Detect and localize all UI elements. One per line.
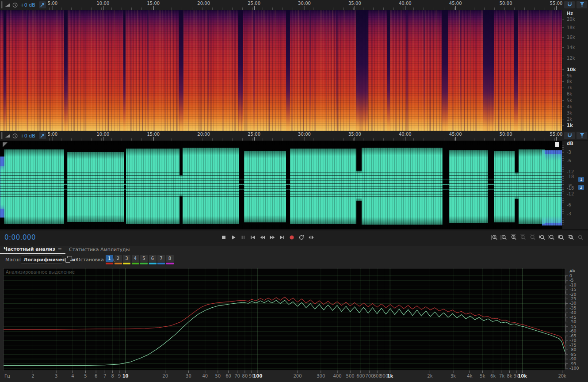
zoutamp-icon	[500, 234, 508, 241]
pause-button[interactable]	[238, 233, 248, 242]
timeline-major-tick	[506, 137, 506, 141]
y-tick-label: -70	[569, 338, 577, 343]
timeline-label: 10:00	[96, 1, 109, 6]
zleft-icon	[539, 234, 546, 241]
zoom-selection-out-point-button[interactable]	[547, 233, 557, 242]
x-tick-label: 600	[356, 374, 365, 378]
pushpin-button[interactable]	[577, 132, 587, 139]
reset-zoom-button[interactable]	[566, 233, 576, 242]
zoom-in-amplitude-button[interactable]	[490, 233, 499, 242]
pin-toggle-button[interactable]	[39, 1, 46, 8]
frame-hold-button-6[interactable]: 6	[149, 255, 157, 264]
x-tick-label: 3k	[451, 374, 456, 378]
record-button[interactable]	[287, 233, 297, 242]
zoom-in-time-button[interactable]	[509, 233, 518, 242]
scale-tick	[562, 184, 564, 185]
stop-button[interactable]	[219, 233, 228, 242]
zoom-to-selection-button[interactable]	[528, 233, 538, 242]
frame-hold-button-1[interactable]: 1	[106, 255, 113, 264]
scale-tick	[562, 19, 564, 19]
frame-hold-button-8[interactable]: 8	[166, 255, 174, 264]
timeline-major-tick	[455, 6, 456, 10]
timeline-label: 25:00	[248, 1, 260, 6]
frame-hold-button-3[interactable]: 3	[123, 255, 130, 264]
frame-hold-face: 8	[166, 255, 174, 262]
timeline-major-tick	[103, 137, 103, 141]
zoom-out-time-button[interactable]	[519, 233, 528, 242]
spectrogram-silence-gap	[387, 10, 390, 131]
pin-toggle-button[interactable]	[39, 132, 46, 139]
y-tick-label: -80	[569, 347, 577, 352]
tab-amplitude-statistics[interactable]: Статистика Амплитуды	[65, 245, 133, 254]
waveform-volume-label[interactable]: +0 dB	[20, 133, 35, 139]
spectrogram-silence-gap	[356, 10, 368, 131]
y-tick-label: -20	[569, 292, 577, 297]
y-tick-label: -45	[569, 315, 577, 320]
magnet-snap-button[interactable]	[564, 1, 575, 8]
frame-hold-button-4[interactable]: 4	[132, 255, 139, 264]
pushpin-button[interactable]	[577, 1, 587, 8]
timeline-label: 5:00	[48, 132, 57, 137]
scale-label: 8k	[567, 79, 572, 84]
spectrogram-silence-gap	[442, 10, 448, 131]
scale-label: 18k	[567, 25, 575, 30]
frame-hold-color-swatch	[132, 263, 139, 264]
clock-icon[interactable]	[12, 133, 18, 139]
x-tick-label: 200	[293, 374, 302, 378]
volume-fader-icon[interactable]	[5, 133, 10, 139]
loop-playback-button[interactable]	[297, 233, 306, 242]
y-axis-unit-label: дБ	[569, 268, 575, 273]
panel-grip[interactable]	[1, 132, 3, 139]
timeline-major-tick	[153, 6, 154, 10]
x-tick-label: 80	[242, 374, 248, 378]
frame-hold-button-5[interactable]: 5	[140, 255, 148, 264]
skip-to-end-button[interactable]	[278, 233, 287, 242]
zoom-selection-in-point-button[interactable]	[538, 233, 547, 242]
fast-forward-button[interactable]	[268, 233, 277, 242]
channel-badge[interactable]: 2	[578, 185, 584, 190]
analyzed-selection-label: Анализированное выделение	[6, 270, 75, 275]
ffwd-icon	[269, 234, 276, 241]
timeline-label: 50:00	[500, 1, 512, 6]
time-display[interactable]: 0:00.000	[4, 233, 36, 241]
stop-icon	[220, 234, 227, 241]
panel-grip[interactable]	[1, 1, 3, 8]
magnet-snap-button[interactable]	[564, 132, 575, 139]
waveform-ruler-track[interactable]: 5:0010:0015:0020:0025:0030:0035:0040:004…	[46, 131, 561, 141]
spectrogram-ruler-track[interactable]: 5:0010:0015:0020:0025:0030:0035:0040:004…	[46, 0, 561, 10]
spectrogram-volume-label[interactable]: +0 dB	[20, 2, 35, 8]
x-tick-label: 8	[111, 374, 114, 378]
zoom-full-selection-button[interactable]	[557, 233, 566, 242]
zoom-out-amplitude-button[interactable]	[500, 233, 509, 242]
volume-fader-icon[interactable]	[5, 2, 10, 8]
timeline-major-tick	[254, 137, 255, 141]
spectrogram-timeline-ruler[interactable]: +0 dB 5:0010:0015:0020:0025:0030:0035:00…	[0, 0, 588, 10]
waveform-timeline-ruler[interactable]: +0 dB 5:0010:0015:0020:0025:0030:0035:00…	[0, 131, 588, 141]
frequency-analysis-plot[interactable]: 2345678910203040506070809010020030040050…	[0, 266, 588, 382]
zoom-default-button[interactable]	[576, 233, 585, 242]
corner-grip-icon[interactable]	[3, 142, 8, 147]
play-button[interactable]	[229, 233, 238, 242]
clip-badge-icon[interactable]	[555, 142, 559, 147]
magnet-icon	[567, 133, 573, 138]
channel-badge[interactable]: 1	[578, 177, 584, 182]
rewind-button[interactable]	[258, 233, 267, 242]
scale-label: -6	[567, 202, 571, 207]
timeline-label: 35:00	[348, 132, 361, 137]
waveform-display[interactable]	[0, 141, 562, 229]
panel-menu-icon[interactable]: ≡	[58, 246, 62, 252]
clock-icon[interactable]	[12, 2, 18, 8]
scale-label: -18	[567, 186, 574, 191]
scale-dropdown[interactable]: Логарифмический ▼	[21, 256, 62, 264]
copy-graph-button[interactable]	[65, 256, 73, 263]
tab-frequency-analysis[interactable]: Частотный анализ≡	[0, 245, 65, 254]
tab-label: Статистика Амплитуды	[69, 247, 130, 252]
timeline-major-tick	[556, 137, 557, 141]
frame-hold-button-2[interactable]: 2	[115, 255, 122, 264]
spectrogram-display[interactable]	[0, 10, 562, 131]
skip-selection-button[interactable]	[307, 233, 316, 242]
timeline-label: 45:00	[449, 132, 462, 137]
frame-hold-face: 6	[149, 255, 157, 262]
frame-hold-button-7[interactable]: 7	[157, 255, 165, 264]
skip-to-start-button[interactable]	[248, 233, 257, 242]
